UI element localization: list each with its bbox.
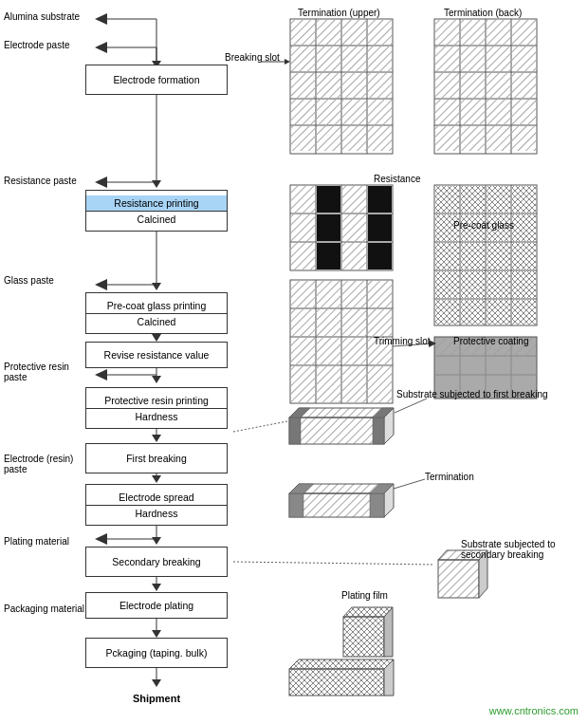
svg-rect-192 [289,493,303,517]
svg-marker-194 [289,484,313,493]
svg-rect-57 [291,46,315,71]
svg-rect-90 [461,73,485,98]
trimming-slot-label: Trimming slot [374,336,431,346]
svg-rect-144 [435,300,459,325]
svg-rect-94 [461,100,485,124]
svg-marker-186 [289,408,310,418]
hardness1-label: Hardness [86,408,227,424]
protective-resin-printing-box: Protective resin printing Hardness [85,387,228,429]
svg-rect-136 [435,243,459,269]
svg-rect-93 [435,100,459,124]
svg-marker-200 [343,607,393,617]
svg-rect-99 [487,126,510,151]
glass-paste-label: Glass paste [4,275,54,286]
svg-rect-110 [291,214,315,241]
svg-marker-8 [95,42,107,53]
svg-marker-22 [152,334,161,342]
packaging-box: Pckaging (taping. bulk) [85,638,228,668]
svg-rect-70 [317,126,340,151]
svg-rect-97 [435,126,459,151]
svg-rect-87 [487,46,510,71]
svg-rect-115 [368,186,392,213]
svg-rect-67 [342,100,366,124]
svg-marker-189 [289,484,394,493]
svg-rect-157 [342,281,366,307]
svg-rect-156 [317,281,340,307]
svg-rect-201 [343,617,384,657]
svg-marker-18 [152,283,161,290]
svg-rect-139 [512,243,536,269]
watermark: www.cntronics.com [489,705,579,716]
svg-rect-53 [291,20,315,45]
svg-rect-147 [512,300,536,325]
svg-rect-116 [317,214,340,241]
svg-line-196 [394,479,425,489]
termination-back-label: Termination (back) [444,8,522,18]
svg-rect-114 [317,186,340,213]
svg-rect-161 [342,309,366,336]
svg-rect-167 [291,366,315,402]
svg-marker-24 [152,376,161,383]
svg-rect-190 [289,493,384,517]
svg-rect-129 [461,186,485,213]
svg-rect-54 [317,20,340,45]
svg-rect-164 [317,338,340,364]
svg-rect-56 [368,20,392,45]
precoat-glass-label: Pre-coat glass printing [86,298,227,313]
svg-rect-82 [461,20,485,45]
protective-resin-printing-label: Protective resin printing [86,393,227,408]
svg-marker-187 [373,408,394,418]
shipment-label: Shipment [133,693,180,704]
electrode-spread-label: Electrode spread [86,490,227,505]
svg-line-188 [395,399,427,413]
svg-marker-183 [384,408,394,444]
svg-rect-182 [289,418,384,444]
resistance-printing-label: Resistance printing [86,195,227,211]
svg-rect-73 [434,19,537,154]
svg-rect-111 [342,214,366,241]
resistance-label: Resistance [374,174,420,184]
first-breaking-box: First breaking [85,443,228,473]
svg-rect-159 [291,309,315,336]
svg-rect-60 [368,46,392,71]
svg-rect-81 [435,20,459,45]
svg-rect-204 [289,669,384,696]
svg-rect-45 [290,19,393,154]
packaging-material-label: Packaging material [4,603,84,614]
termination-right-label: Termination [425,472,474,482]
svg-rect-130 [487,186,510,213]
svg-rect-61 [291,73,315,98]
revise-resistance-box: Revise resistance value [85,342,228,368]
svg-rect-137 [461,243,485,269]
svg-marker-25 [95,369,107,381]
svg-rect-65 [291,100,315,124]
svg-rect-113 [342,243,366,269]
svg-line-206 [233,421,287,432]
svg-rect-59 [342,46,366,71]
svg-rect-68 [368,100,392,124]
svg-rect-58 [317,46,340,71]
svg-rect-160 [317,309,340,336]
svg-rect-98 [461,126,485,151]
svg-rect-198 [438,560,479,598]
plating-film-label: Plating film [341,590,388,601]
svg-rect-143 [512,271,536,298]
svg-rect-185 [373,418,384,444]
svg-rect-102 [290,185,393,270]
svg-marker-28 [152,435,161,442]
svg-marker-35 [95,533,107,545]
svg-rect-83 [487,20,510,45]
svg-rect-88 [512,46,536,71]
svg-marker-191 [384,484,394,517]
precoat-glass-label-right: Pre-coat glass [453,220,514,231]
resistance-paste-label: Resistance paste [4,176,77,186]
secondary-breaking-box: Secondary breaking [85,547,228,577]
svg-rect-119 [368,243,392,269]
svg-marker-30 [152,475,161,483]
resistance-printing-box: Resistance printing Calcined [85,190,228,232]
svg-marker-15 [95,176,107,188]
breaking-slot-label: Breaking slot [225,52,280,63]
electrode-resin-paste-label: Electrode (resin)paste [4,454,73,474]
electrode-paste-label: Electrode paste [4,40,70,50]
svg-marker-19 [95,279,107,290]
